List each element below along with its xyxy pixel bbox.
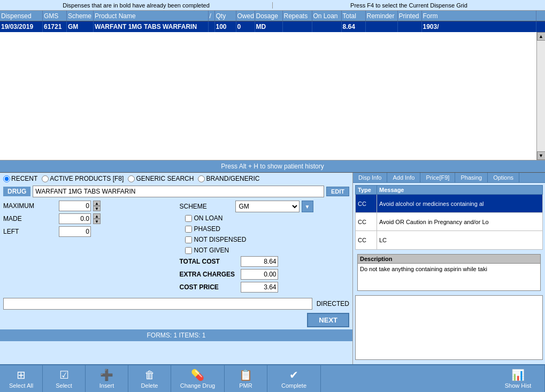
right-fields: SCHEME GM ▼ ON LOAN PHASED [180,201,350,295]
row-left: LEFT [3,226,173,237]
notdispensed-checkbox[interactable] [185,236,192,243]
col-dosage: Dosage [255,11,283,21]
right-panel: Disp Info Add Info Price[F9] Phasing Opt… [353,173,545,364]
forms-bar: FORMS: 1 ITEMS: 1 [0,329,352,341]
drug-input[interactable] [33,186,324,197]
cell-slash [209,21,215,32]
table-row[interactable]: CCLC [356,231,543,249]
grid-data-row[interactable]: 19/03/2019 61721 GM WARFANT 1MG TABS WAR… [0,21,545,32]
directed-input[interactable] [3,298,312,310]
change-drug-icon: 💊 [191,368,204,381]
radio-recent[interactable]: RECENT [3,175,37,182]
made-spin-down[interactable]: ▼ [93,219,101,224]
toolbar-complete[interactable]: ✔ Complete [267,365,321,392]
grid-scrollbar[interactable]: ▲ ▼ [536,32,545,160]
cell-qty: 100 [215,21,236,32]
radio-generic[interactable]: GENERIC SEARCH [128,175,194,182]
tab-disp-info[interactable]: Disp Info [353,173,387,182]
directed-row: DIRECTED [0,297,352,311]
cell-type: CC [356,231,377,249]
complete-icon: ✔ [289,368,298,381]
col-repeats: Repeats [283,11,312,21]
toolbar-select-all[interactable]: ⊞ Select All [0,365,43,392]
onloan-checkbox[interactable] [185,215,192,222]
tab-price[interactable]: Price[F9] [420,173,455,182]
phased-label: PHASED [194,225,220,233]
col-total: Total [342,11,366,21]
extracharges-input[interactable] [241,269,278,280]
totalcost-input[interactable] [241,256,278,267]
made-spin-up[interactable]: ▲ [93,213,101,219]
edit-button[interactable]: EDIT [326,187,349,196]
top-bar: Dispenses that are in bold have already … [0,0,545,11]
toolbar-select[interactable]: ☑ Select [43,365,86,392]
cell-dispensed: 19/03/2019 [0,21,43,32]
toolbar-delete[interactable]: 🗑 Delete [128,365,171,392]
forms-bar-text: FORMS: 1 ITEMS: 1 [147,332,205,339]
tab-options[interactable]: Options [488,173,519,182]
left-input[interactable] [59,226,91,237]
col-slash: / [209,11,215,21]
pmr-icon: 📋 [239,368,252,381]
col-type: Type [356,186,377,195]
cell-dosage: MD [255,21,283,32]
maximum-spin-up[interactable]: ▲ [93,201,101,206]
notgiven-label: NOT GIVEN [194,247,229,254]
phased-checkbox[interactable] [185,226,192,233]
drug-label: DRUG [3,187,30,196]
table-row[interactable]: CCAvoid alcohol or medicines containing … [356,195,543,213]
scrollbar-down-btn[interactable]: ▼ [537,151,546,160]
row-totalcost: TOTAL COST [180,256,350,267]
scrollbar-up-btn[interactable]: ▲ [537,32,546,41]
made-spin[interactable]: ▲ ▼ [93,213,101,224]
toolbar-insert[interactable]: ➕ Insert [86,365,128,392]
scheme-dropdown-arrow[interactable]: ▼ [302,201,313,212]
radio-active[interactable]: ACTIVE PRODUCTS [F8] [42,175,124,182]
table-row[interactable]: CCAvoid OR Caution in Pregnancy and/or L… [356,213,543,231]
left-panel: RECENT ACTIVE PRODUCTS [F8] GENERIC SEAR… [0,173,353,364]
tab-add-info[interactable]: Add Info [387,173,420,182]
select-icon: ☑ [59,368,69,381]
tab-phasing[interactable]: Phasing [455,173,488,182]
scheme-select[interactable]: GM [235,201,300,212]
cell-onloan [312,21,342,32]
toolbar-show-hist[interactable]: 📊 Show Hist [492,365,545,392]
description-section: Description Do not take anything contain… [357,254,541,291]
row-maximum: MAXIMUM ▲ ▼ [3,201,173,211]
row-costprice: COST PRICE [180,282,350,293]
col-owed: Owed [236,11,255,21]
maximum-spin[interactable]: ▲ ▼ [93,201,101,211]
bottom-toolbar: ⊞ Select All ☑ Select ➕ Insert 🗑 Delete … [0,364,545,392]
scrollbar-track[interactable] [537,41,546,151]
cell-product: WARFANT 1MG TABS WARFARIN [94,21,209,32]
toolbar-change-drug[interactable]: 💊 Change Drug [171,365,225,392]
made-input[interactable] [59,213,91,224]
top-bar-left-text: Dispenses that are in bold have already … [0,2,272,9]
grid-header: Dispensed GMS Scheme Product Name / Qty … [0,11,545,21]
pmr-label: PMR [239,382,252,389]
select-all-label: Select All [9,382,33,389]
top-bar-right-text: Press F4 to select the Current Dispense … [272,2,545,9]
costprice-label: COST PRICE [180,283,239,291]
notgiven-checkbox[interactable] [185,247,192,254]
col-onloan: On Loan [312,11,342,21]
totalcost-label: TOTAL COST [180,258,239,265]
change-drug-label: Change Drug [180,382,215,389]
empty-area [355,295,543,360]
show-hist-icon: 📊 [511,368,525,381]
maximum-spin-down[interactable]: ▼ [93,206,101,211]
radio-brand[interactable]: BRAND/GENERIC [198,175,259,182]
directed-label: DIRECTED [317,300,349,308]
cell-total: 8.64 [342,21,366,32]
cell-owed: 0 [236,21,255,32]
show-hist-label: Show Hist [505,382,532,389]
row-made: MADE ▲ ▼ [3,213,173,224]
extracharges-label: EXTRA CHARGES [180,271,239,278]
maximum-input[interactable] [59,201,91,211]
grid-body: ▲ ▼ [0,32,545,160]
info-table: Type Message CCAvoid alcohol or medicine… [355,185,543,250]
col-scheme: Scheme [67,11,94,21]
costprice-input[interactable] [241,282,278,293]
next-button[interactable]: NEXT [307,313,349,327]
toolbar-pmr[interactable]: 📋 PMR [225,365,267,392]
